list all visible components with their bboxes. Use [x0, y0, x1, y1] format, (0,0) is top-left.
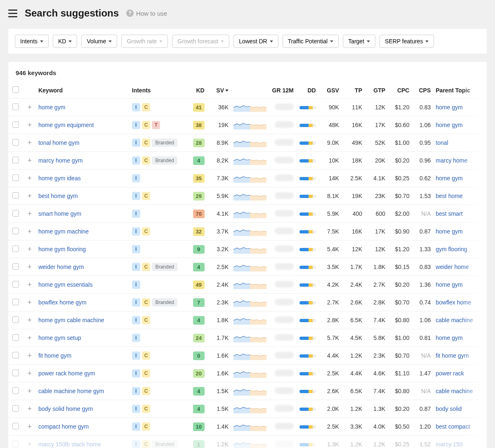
row-checkbox[interactable] — [12, 139, 19, 146]
col-cps[interactable]: CPS — [412, 82, 433, 99]
filter-kd[interactable]: KD — [53, 35, 77, 48]
row-checkbox[interactable] — [12, 316, 19, 323]
keyword-link[interactable]: compact home gym — [38, 423, 89, 430]
parent-topic-link[interactable]: gym flooring — [436, 246, 467, 252]
keyword-link[interactable]: home gym machine — [38, 228, 89, 235]
parent-topic-link[interactable]: body solid — [436, 406, 462, 412]
row-checkbox[interactable] — [12, 263, 19, 270]
keyword-link[interactable]: home gym — [38, 104, 65, 111]
keyword-link[interactable]: bowflex home gym — [38, 299, 87, 306]
keyword-link[interactable]: body solid home gym — [38, 406, 93, 412]
expand-icon[interactable]: + — [28, 369, 32, 377]
col-cpc[interactable]: CPC — [388, 82, 412, 99]
col-intents[interactable]: Intents — [130, 82, 187, 99]
keyword-link[interactable]: cable machine home gym — [38, 388, 104, 394]
row-checkbox[interactable] — [12, 441, 19, 447]
select-all-checkbox[interactable] — [12, 86, 19, 93]
parent-topic-link[interactable]: marcy 150 — [436, 441, 462, 448]
filter-volume[interactable]: Volume — [81, 35, 117, 48]
filter-serp-features[interactable]: SERP features — [380, 35, 434, 48]
parent-topic-link[interactable]: home gym — [436, 104, 462, 111]
parent-topic-link[interactable]: weider home — [436, 264, 469, 270]
expand-icon[interactable]: + — [28, 281, 32, 289]
col-gr12m[interactable]: GR 12M — [269, 82, 296, 99]
menu-icon[interactable] — [8, 9, 17, 17]
keyword-link[interactable]: home gym equipment — [38, 122, 94, 128]
expand-icon[interactable]: + — [28, 103, 32, 111]
keyword-link[interactable]: best home gym — [38, 193, 78, 199]
parent-topic-link[interactable]: best compact — [436, 423, 470, 430]
expand-icon[interactable]: + — [28, 298, 32, 307]
keyword-link[interactable]: marcy home gym — [38, 157, 82, 164]
expand-icon[interactable]: + — [28, 210, 32, 218]
row-checkbox[interactable] — [12, 157, 19, 163]
parent-topic-link[interactable]: best smart — [436, 210, 462, 217]
row-checkbox[interactable] — [12, 104, 19, 110]
filter-target[interactable]: Target — [343, 35, 375, 48]
keyword-link[interactable]: tonal home gym — [38, 139, 80, 146]
keyword-link[interactable]: home gym ideas — [38, 175, 81, 182]
col-sv[interactable]: SV — [207, 82, 231, 99]
expand-icon[interactable]: + — [28, 121, 32, 129]
parent-topic-link[interactable]: home gym — [436, 228, 462, 235]
expand-icon[interactable]: + — [28, 263, 32, 271]
parent-topic-link[interactable]: fit home gym — [436, 352, 469, 359]
filter-intents[interactable]: Intents — [15, 35, 49, 48]
parent-topic-link[interactable]: home gym — [436, 335, 462, 341]
row-checkbox[interactable] — [12, 387, 19, 394]
row-checkbox[interactable] — [12, 370, 19, 376]
parent-topic-link[interactable]: home gym — [436, 175, 462, 182]
expand-icon[interactable]: + — [28, 422, 32, 431]
col-kd[interactable]: KD — [187, 82, 207, 99]
row-checkbox[interactable] — [12, 334, 19, 341]
row-checkbox[interactable] — [12, 192, 19, 199]
row-checkbox[interactable] — [12, 121, 19, 128]
row-checkbox[interactable] — [12, 423, 19, 429]
col-gsv[interactable]: GSV — [318, 82, 342, 99]
keyword-link[interactable]: smart home gym — [38, 210, 81, 217]
row-checkbox[interactable] — [12, 174, 19, 181]
keyword-link[interactable]: weider home gym — [38, 264, 84, 270]
expand-icon[interactable]: + — [28, 139, 32, 147]
expand-icon[interactable]: + — [28, 316, 32, 324]
parent-topic-link[interactable]: tonal — [436, 139, 448, 146]
expand-icon[interactable]: + — [28, 440, 32, 448]
row-checkbox[interactable] — [12, 228, 19, 234]
keyword-link[interactable]: home gym setup — [38, 335, 81, 341]
expand-icon[interactable]: + — [28, 334, 32, 342]
parent-topic-link[interactable]: best home — [436, 193, 462, 199]
col-gtp[interactable]: GTP — [365, 82, 388, 99]
parent-topic-link[interactable]: bowflex home — [436, 299, 471, 306]
parent-topic-link[interactable]: marcy home — [436, 157, 467, 164]
row-checkbox[interactable] — [12, 281, 19, 288]
parent-topic-link[interactable]: home gym — [436, 122, 462, 128]
filter-traffic-potential[interactable]: Traffic Potential — [283, 35, 339, 48]
col-keyword[interactable]: Keyword — [36, 82, 130, 99]
keyword-link[interactable]: home gym flooring — [38, 246, 86, 252]
row-checkbox[interactable] — [12, 299, 19, 305]
row-checkbox[interactable] — [12, 352, 19, 358]
expand-icon[interactable]: + — [28, 351, 32, 360]
expand-icon[interactable]: + — [28, 245, 32, 253]
col-tp[interactable]: TP — [342, 82, 365, 99]
keyword-link[interactable]: home gym essentials — [38, 281, 93, 288]
col-dd[interactable]: DD — [296, 82, 318, 99]
parent-topic-link[interactable]: cable machine — [436, 388, 473, 394]
how-to-use-link[interactable]: ? How to use — [126, 9, 167, 17]
expand-icon[interactable]: + — [28, 156, 32, 165]
expand-icon[interactable]: + — [28, 405, 32, 413]
keyword-link[interactable]: fit home gym — [38, 352, 71, 359]
parent-topic-link[interactable]: home gym — [436, 281, 462, 288]
keyword-link[interactable]: power rack home gym — [38, 370, 95, 377]
parent-topic-link[interactable]: cable machine — [436, 317, 473, 323]
row-checkbox[interactable] — [12, 245, 19, 252]
expand-icon[interactable]: + — [28, 192, 32, 200]
filter-lowest-dr[interactable]: Lowest DR — [233, 35, 278, 48]
expand-icon[interactable]: + — [28, 174, 32, 182]
keyword-link[interactable]: marcy 150lb stack home — [38, 441, 101, 448]
row-checkbox[interactable] — [12, 210, 19, 217]
expand-icon[interactable]: + — [28, 387, 32, 395]
expand-icon[interactable]: + — [28, 227, 32, 236]
col-parent[interactable]: Parent Topic — [433, 82, 487, 99]
keyword-link[interactable]: home gym cable machine — [38, 317, 104, 323]
